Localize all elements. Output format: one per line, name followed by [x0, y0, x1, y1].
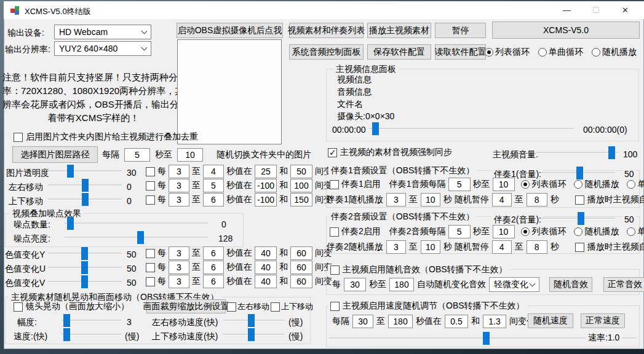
acc1-rand-from-input[interactable]: 3	[386, 193, 406, 206]
acc1-radio-single-loop[interactable]	[627, 180, 635, 189]
from-input[interactable]: 3	[169, 165, 189, 178]
acc1-mute-checkbox[interactable]	[575, 195, 584, 205]
lens-shake-checkbox[interactable]	[14, 302, 23, 312]
opacity-slider[interactable]	[48, 165, 122, 178]
fx-to-input[interactable]: 180	[389, 278, 414, 291]
fx-enable-checkbox[interactable]	[330, 266, 340, 275]
speed-normal-button[interactable]: 正常速度	[581, 313, 625, 328]
acc1-pause-to-input[interactable]: 8	[527, 193, 547, 206]
acc2-pause-to-input[interactable]: 8	[527, 240, 547, 254]
to-input[interactable]: 5	[203, 179, 224, 192]
output-resolution-select[interactable]: YUY2 640×480	[54, 41, 151, 56]
low-input[interactable]: -100	[255, 193, 277, 206]
radio-list-loop[interactable]	[485, 48, 493, 57]
speed-enable-checkbox[interactable]	[330, 302, 340, 311]
high-input[interactable]: 60	[290, 246, 312, 260]
speed-from-input[interactable]: 30	[352, 315, 373, 328]
high-input[interactable]: 60	[290, 261, 312, 274]
media-listbox[interactable]	[177, 39, 282, 144]
amplitude-slider[interactable]	[62, 314, 121, 327]
crop-scale-button[interactable]: 画面裁剪缩放比例设置	[146, 299, 226, 313]
acc2-from-input[interactable]: 5	[448, 225, 471, 238]
speed-to-input[interactable]: 180	[388, 315, 413, 328]
pan-y-slider[interactable]	[48, 193, 122, 206]
pan-y-vary-checkbox[interactable]	[146, 195, 155, 205]
play-main-button[interactable]: 播放主视频素材	[367, 23, 431, 38]
load-config-button[interactable]: 读取软件配置	[435, 44, 486, 60]
to-input[interactable]: 6	[203, 261, 224, 274]
low-input[interactable]: 40	[255, 246, 277, 260]
acc2-radio-list-loop[interactable]	[521, 227, 530, 236]
acc1-radio-random[interactable]	[574, 180, 582, 189]
from-input[interactable]: 3	[169, 261, 189, 274]
fx-normal-button[interactable]: 正常音效	[603, 277, 644, 292]
acc1-enable-checkbox[interactable]	[330, 180, 339, 189]
lr-speed-slider[interactable]	[223, 314, 285, 327]
low-input[interactable]: 40	[255, 275, 277, 288]
u-shift-slider[interactable]	[48, 261, 122, 274]
noise-brightness-slider[interactable]	[65, 231, 208, 244]
maximize-icon[interactable]: ☐	[581, 1, 610, 18]
ud-move-checkbox[interactable]	[271, 302, 280, 312]
sync-checkbox[interactable]	[328, 148, 337, 157]
noise-amount-slider[interactable]	[65, 217, 208, 230]
acc1-rand-to-input[interactable]: 10	[421, 193, 440, 206]
pick-image-path-button[interactable]: 选择图片图层路径	[12, 146, 98, 163]
to-input[interactable]: 6	[203, 193, 224, 206]
acc2-rand-from-input[interactable]: 3	[386, 240, 406, 254]
opacity-vary-checkbox[interactable]	[146, 167, 155, 176]
interval-to-input[interactable]: 10	[177, 148, 203, 162]
interval-from-input[interactable]: 5	[124, 148, 150, 162]
u-vary-checkbox[interactable]	[146, 263, 155, 272]
from-input[interactable]: 3	[169, 275, 189, 288]
speed-random-button[interactable]: 随机速度	[528, 313, 573, 328]
close-icon[interactable]: ✕	[610, 1, 640, 18]
pan-x-vary-checkbox[interactable]	[146, 181, 155, 191]
acc1-radio-list-loop[interactable]	[521, 180, 530, 189]
low-input[interactable]: -100	[255, 179, 277, 192]
start-obs-button[interactable]: 启动OBS虚拟摄像机后点我	[177, 23, 283, 38]
y-shift-slider[interactable]	[48, 247, 122, 260]
sys-audio-button[interactable]: 系统音频控制面板	[289, 44, 364, 60]
acc2-mute-checkbox[interactable]	[575, 243, 584, 252]
acc2-volume-slider[interactable]	[541, 212, 615, 225]
fx-from-input[interactable]: 30	[344, 278, 366, 291]
media-list-button[interactable]: 视频素材和伴奏列表	[289, 23, 364, 38]
high-input[interactable]: 100	[290, 179, 312, 192]
acc2-to-input[interactable]: 10	[493, 225, 515, 238]
speed-high-input[interactable]: 1.3	[483, 315, 506, 328]
to-input[interactable]: 6	[203, 246, 224, 260]
pan-x-slider[interactable]	[48, 179, 122, 192]
version-button[interactable]: XCMS-V5.0	[492, 22, 640, 39]
low-input[interactable]: 25	[255, 165, 277, 178]
acc1-from-input[interactable]: 5	[448, 178, 471, 191]
acc2-radio-single-loop[interactable]	[627, 227, 635, 236]
radio-random-play[interactable]	[592, 48, 600, 57]
acc1-to-input[interactable]: 10	[493, 178, 515, 191]
ud-speed-slider[interactable]	[223, 328, 285, 341]
y-vary-checkbox[interactable]	[146, 249, 155, 258]
zoom-speed-slider[interactable]	[62, 328, 121, 341]
fx-preset-select[interactable]: 轻微变化	[489, 277, 539, 292]
to-input[interactable]: 4	[203, 165, 224, 178]
v-shift-slider[interactable]	[48, 275, 122, 288]
acc2-radio-random[interactable]	[574, 227, 582, 236]
from-input[interactable]: 3	[169, 246, 189, 260]
low-input[interactable]: 40	[255, 261, 277, 274]
minimize-icon[interactable]: —	[552, 1, 581, 18]
acc1-pause-from-input[interactable]: 4	[492, 193, 512, 206]
high-input[interactable]: 150	[290, 193, 312, 206]
output-device-select[interactable]: HD Webcam	[54, 25, 151, 39]
acc2-pause-from-input[interactable]: 4	[492, 240, 512, 254]
speed-low-input[interactable]: 0.5	[445, 315, 468, 328]
pause-button[interactable]: 暂停	[435, 23, 486, 38]
to-input[interactable]: 6	[203, 275, 224, 288]
high-input[interactable]: 60	[290, 275, 312, 288]
lr-move-checkbox[interactable]	[227, 302, 236, 312]
acc2-rand-to-input[interactable]: 10	[421, 240, 440, 254]
overlay-enable-checkbox[interactable]	[14, 133, 23, 142]
fx-random-button[interactable]: 随机音效	[549, 277, 592, 292]
from-input[interactable]: 3	[169, 193, 189, 206]
from-input[interactable]: 3	[169, 179, 189, 192]
v-vary-checkbox[interactable]	[146, 277, 155, 286]
